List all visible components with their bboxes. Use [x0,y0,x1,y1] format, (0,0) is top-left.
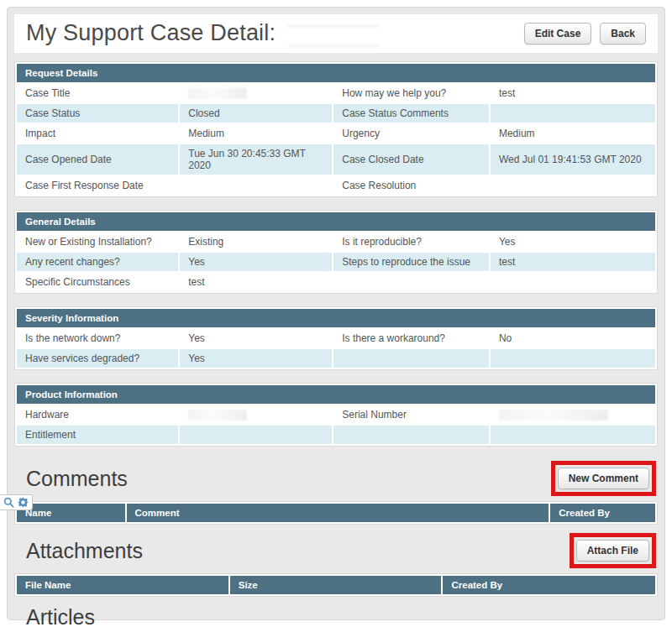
support-case-panel: My Support Case Detail: Edit Case Back R… [7,7,665,620]
attach-file-button[interactable]: Attach File [576,540,649,562]
page-title: My Support Case Detail: [26,20,276,45]
detail-row: Case TitleHow may we help you?test [17,84,655,102]
field-value: Medium [180,124,332,143]
field-label: Case First Response Date [17,176,178,195]
comments-header: Comments New Comment [14,459,658,501]
detail-row: Case Opened DateTue Jun 30 20:45:33 GMT … [17,144,655,175]
comments-table: NameCommentCreated By [14,501,658,525]
field-value [491,405,655,424]
field-value [180,176,332,195]
field-label: Case Status Comments [333,104,489,123]
redacted-case-number [287,25,380,47]
field-value: Yes [491,233,655,251]
field-label: Steps to reproduce the issue [333,253,489,271]
column-header-name: Name [17,504,125,522]
gear-icon[interactable] [18,497,29,508]
comments-heading: Comments [26,467,128,491]
title-bar: My Support Case Detail: Edit Case Back [14,14,658,53]
field-value: Medium [491,124,655,143]
zoom-overlay-widget [0,494,33,510]
field-value: No [491,329,655,347]
field-label: Case Title [17,84,178,102]
general-details-table: General DetailsNew or Existing Installat… [14,210,658,294]
field-value: test [491,253,655,271]
edit-case-button-top[interactable]: Edit Case [524,23,592,44]
articles-heading: Articles [26,605,95,627]
detail-row: Case StatusClosedCase Status Comments [17,104,655,123]
redacted-value [188,410,247,421]
field-label [333,426,489,444]
section-header: Request Details [17,64,655,82]
section-header: Severity Information [17,309,655,327]
attachments-header: Attachments Attach File [14,531,658,573]
column-header-size: Size [230,576,442,594]
field-value: Existing [180,233,332,251]
section-header: General Details [17,212,655,231]
field-value [491,349,655,368]
annotation-red-box-new-comment: New Comment [551,461,656,496]
new-comment-button[interactable]: New Comment [558,468,649,489]
redacted-value [499,410,608,421]
field-label: Hardware [17,405,178,424]
detail-row: Is the network down?YesIs there a workar… [17,329,655,347]
field-label: Is the network down? [17,329,178,347]
field-label: Specific Circumstances [17,273,178,291]
field-value: Closed [180,104,332,123]
detail-row: HardwareSerial Number [17,405,655,424]
section-header: Product Information [17,385,655,404]
detail-row: Specific Circumstancestest [17,273,655,291]
field-value: test [491,84,655,102]
field-value [180,84,332,102]
field-label: Case Opened Date [17,144,178,175]
field-label: Have services degraded? [17,349,178,368]
detail-row: Any recent changes?YesSteps to reproduce… [17,253,655,271]
field-label: Urgency [333,124,489,143]
field-label: Case Resolution [333,176,489,195]
field-value: Yes [180,253,332,271]
field-label: Is there a workaround? [333,329,489,347]
top-button-row: Edit Case Back [524,23,646,44]
field-label: Case Closed Date [333,144,489,175]
detail-row: Case First Response DateCase Resolution [17,176,655,195]
column-header-comment: Comment [127,504,549,522]
back-button-top[interactable]: Back [600,23,646,44]
field-label: Is it reproducible? [333,233,489,251]
attachments-table: File NameSizeCreated By [14,573,658,597]
severity-information-table: Severity InformationIs the network down?… [14,306,658,370]
field-label: Any recent changes? [17,253,178,271]
field-value [491,104,655,123]
field-label: Entitlement [17,426,178,444]
field-value: Tue Jun 30 20:45:33 GMT 2020 [180,144,332,175]
field-value [491,273,655,291]
field-value [180,405,332,424]
redacted-value [188,88,247,99]
field-value: Yes [180,349,332,368]
detail-row: New or Existing Installation?ExistingIs … [17,233,655,251]
field-label [333,349,489,368]
detail-row: Entitlement [17,426,655,444]
page-title-group: My Support Case Detail: [26,20,380,48]
column-header-created-by: Created By [550,504,655,522]
field-value: Wed Jul 01 19:41:53 GMT 2020 [491,144,655,175]
field-label: New or Existing Installation? [17,233,178,251]
annotation-red-box-attach-file: Attach File [570,533,656,568]
field-value [180,426,332,444]
product-information-table: Product InformationHardwareSerial Number… [14,383,658,447]
field-label [333,273,489,291]
articles-header: Articles [14,603,658,627]
field-label: Impact [17,124,178,143]
column-header-created-by: Created By [443,576,655,594]
column-header-file-name: File Name [17,576,228,594]
field-label: Serial Number [333,405,489,424]
detail-row: Have services degraded?Yes [17,349,655,368]
field-value: Yes [180,329,332,347]
field-value [491,176,655,195]
field-value: test [180,273,332,291]
request-details-table: Request DetailsCase TitleHow may we help… [14,61,658,197]
field-label: Case Status [17,104,178,123]
field-value [491,426,655,444]
magnifier-icon[interactable] [3,497,14,508]
field-label: How may we help you? [333,84,489,102]
detail-row: ImpactMediumUrgencyMedium [17,124,655,143]
attachments-heading: Attachments [26,539,143,563]
